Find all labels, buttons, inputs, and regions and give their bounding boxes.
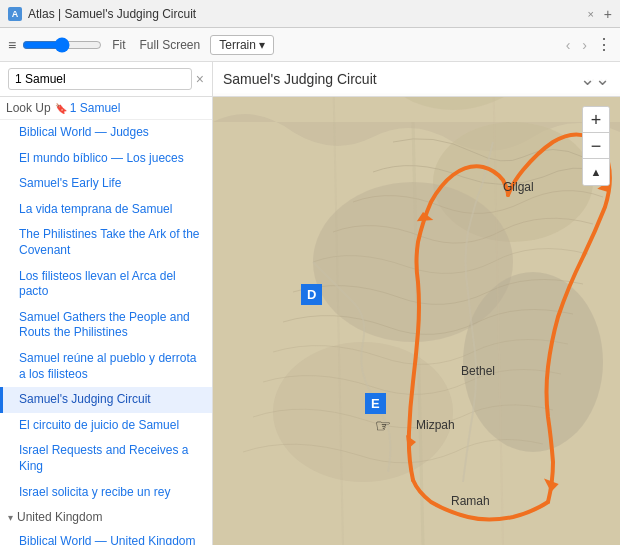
sidebar-item-biblical-world-uk[interactable]: Biblical World — United Kingdom — [0, 529, 212, 545]
section-label: United Kingdom — [17, 510, 102, 524]
sidebar-item-samuels-early-life[interactable]: Samuel's Early Life — [0, 171, 212, 197]
search-input[interactable] — [8, 68, 192, 90]
search-clear-button[interactable]: × — [196, 71, 204, 87]
toolbar: ≡ Fit Full Screen Terrain ‹ › ⋮ — [0, 28, 620, 62]
sidebar-item-samuels-judging-circuit[interactable]: Samuel's Judging Circuit — [0, 387, 212, 413]
lookup-link[interactable]: 🔖 1 Samuel — [55, 101, 121, 115]
main-content: × Look Up 🔖 1 Samuel Biblical World — Ju… — [0, 62, 620, 545]
zoom-in-button[interactable]: + — [583, 107, 609, 133]
sidebar-item-vida-temprana-samuel[interactable]: La vida temprana de Samuel — [0, 197, 212, 223]
bookmark-icon: 🔖 — [55, 103, 67, 114]
lookup-ref: 1 Samuel — [70, 101, 121, 115]
arrow-icon: ▾ — [8, 512, 13, 523]
sidebar-item-biblical-world-judges[interactable]: Biblical World — Judges — [0, 120, 212, 146]
title-bar: A Atlas | Samuel's Judging Circuit × + — [0, 0, 620, 28]
new-tab-button[interactable]: + — [604, 6, 612, 22]
zoom-slider[interactable] — [22, 37, 102, 53]
north-button[interactable]: ▲ — [583, 159, 609, 185]
map-expand-icon[interactable]: ⌄⌄ — [580, 68, 610, 90]
sidebar-item-samuel-gathers[interactable]: Samuel Gathers the People and Routs the … — [0, 305, 212, 346]
fullscreen-button[interactable]: Full Screen — [136, 38, 205, 52]
sidebar-list: Biblical World — JudgesEl mundo bíblico … — [0, 120, 212, 545]
lookup-label: Look Up — [6, 101, 51, 115]
lookup-bar: Look Up 🔖 1 Samuel — [0, 97, 212, 120]
map-title-overlay: Samuel's Judging Circuit — [223, 71, 580, 87]
app-favicon: A — [8, 7, 22, 21]
tab-close-button[interactable]: × — [587, 8, 593, 20]
sidebar-item-israel-solicita[interactable]: Israel solicita y recibe un rey — [0, 480, 212, 506]
marker-e[interactable]: E — [365, 393, 386, 414]
nav-prev-button[interactable]: ‹ — [563, 37, 574, 53]
map-terrain — [213, 62, 620, 545]
menu-button[interactable]: ≡ — [8, 37, 16, 53]
sidebar-item-mundo-biblico-jueces[interactable]: El mundo bíblico — Los jueces — [0, 146, 212, 172]
search-bar: × — [0, 62, 212, 97]
section-header-united-kingdom[interactable]: ▾United Kingdom — [0, 505, 212, 529]
sidebar-item-circuito-juicio[interactable]: El circuito de juicio de Samuel — [0, 413, 212, 439]
sidebar-item-israel-requests[interactable]: Israel Requests and Receives a King — [0, 438, 212, 479]
terrain-dropdown[interactable]: Terrain — [210, 35, 274, 55]
sidebar-item-samuel-reune[interactable]: Samuel reúne al pueblo y derrota a los f… — [0, 346, 212, 387]
nav-next-button[interactable]: › — [579, 37, 590, 53]
svg-point-4 — [463, 272, 603, 452]
zoom-controls: + − ▲ — [582, 106, 610, 186]
zoom-slider-container — [22, 37, 102, 53]
marker-d[interactable]: D — [301, 284, 322, 305]
fit-button[interactable]: Fit — [108, 38, 129, 52]
sidebar: × Look Up 🔖 1 Samuel Biblical World — Ju… — [0, 62, 213, 545]
more-options-button[interactable]: ⋮ — [596, 35, 612, 54]
zoom-out-button[interactable]: − — [583, 133, 609, 159]
sidebar-item-filisteos-arca[interactable]: Los filisteos llevan el Arca del pacto — [0, 264, 212, 305]
sidebar-item-philistines-ark[interactable]: The Philistines Take the Ark of the Cove… — [0, 222, 212, 263]
tab-title: Atlas | Samuel's Judging Circuit — [28, 7, 581, 21]
map-container: Samuel's Judging Circuit ⌄⌄ — [213, 62, 620, 545]
